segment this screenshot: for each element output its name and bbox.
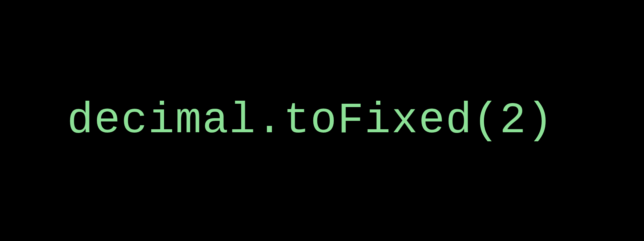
code-expression: decimal.toFixed(2) <box>67 96 554 145</box>
code-display-container: decimal.toFixed(2) <box>0 0 644 241</box>
